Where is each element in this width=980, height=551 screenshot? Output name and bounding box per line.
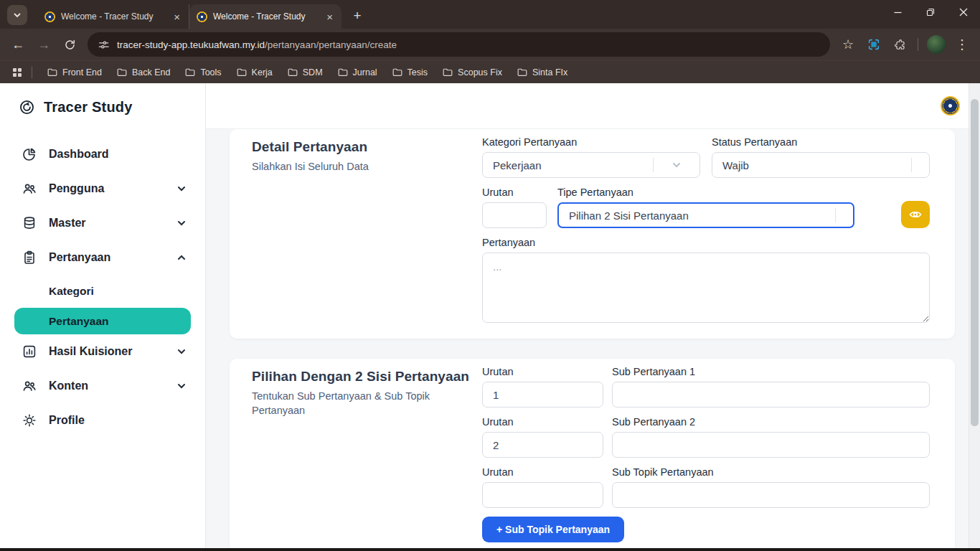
window-bottom-edge: [0, 548, 980, 551]
bookmark-star-button[interactable]: ☆: [836, 32, 860, 57]
browser-menu-button[interactable]: ⋮: [950, 32, 974, 57]
bookmark-label: Front End: [62, 67, 102, 77]
chevron-down-icon: [836, 210, 853, 221]
sidebar-subitem-pertanyaan-active[interactable]: Pertanyaan: [14, 308, 191, 334]
bookmark-label: Jurnal: [353, 67, 377, 77]
university-seal-avatar[interactable]: [941, 96, 960, 116]
brand: Tracer Study: [0, 83, 205, 116]
bookmarks-bar: Front End Back End Tools Kerja SDM Jurna…: [0, 60, 980, 83]
urutan-label: Urutan: [482, 416, 603, 428]
urutan-label: Urutan: [482, 366, 603, 377]
kategori-select[interactable]: Pekerjaan: [482, 152, 700, 178]
urutan-input[interactable]: [482, 202, 547, 228]
pie-chart-icon: [22, 146, 37, 162]
bookmark-label: Tools: [200, 67, 221, 77]
add-sub-topik-button[interactable]: + Sub Topik Pertanyaan: [482, 517, 624, 542]
apps-grid-icon[interactable]: [13, 68, 22, 77]
chevron-up-icon: [176, 253, 187, 263]
gear-icon: [22, 413, 37, 428]
site-settings-icon[interactable]: [98, 39, 110, 51]
tab-title: Welcome - Tracer Study: [61, 11, 166, 22]
folder-icon: [287, 67, 298, 78]
bookmark-folder[interactable]: Scopus Fix: [435, 64, 509, 81]
sub-topik-pertanyaan-input[interactable]: [612, 482, 930, 508]
tab-search-button[interactable]: [7, 5, 27, 25]
sidebar-item-konten[interactable]: Konten: [0, 369, 205, 403]
tab-title: Welcome - Tracer Study: [213, 11, 319, 22]
clipboard-icon: [22, 250, 37, 265]
browser-toolbar: ← → tracer-study-app.teukuafwan.my.id/pe…: [0, 29, 980, 60]
bookmark-folder[interactable]: Tools: [177, 64, 228, 81]
tipe-pertanyaan-select[interactable]: Pilihan 2 Sisi Pertanyaan: [557, 202, 854, 228]
minimize-icon: [894, 9, 902, 17]
extensions-button[interactable]: [887, 32, 912, 57]
sub-pertanyaan-1-label: Sub Pertanyaan 1: [612, 366, 930, 377]
sub-pertanyaan-2-input[interactable]: [612, 432, 930, 458]
users-icon: [22, 378, 37, 394]
sub-urutan-1-input[interactable]: [482, 382, 603, 408]
browser-tab-active[interactable]: Welcome - Tracer Study ×: [189, 4, 341, 29]
window-restore-button[interactable]: [914, 0, 947, 24]
window-minimize-button[interactable]: [881, 0, 914, 24]
sidebar-item-pertanyaan[interactable]: Pertanyaan: [0, 240, 205, 275]
bookmark-folder[interactable]: SDM: [280, 64, 330, 81]
sidebar-subitem-label: Kategori: [49, 285, 94, 298]
page-scrollbar[interactable]: [969, 83, 980, 548]
scrollbar-thumb[interactable]: [971, 99, 979, 426]
bookmark-label: SDM: [303, 67, 323, 77]
new-tab-button[interactable]: +: [347, 6, 367, 26]
sub-urutan-2-input[interactable]: [482, 432, 603, 458]
folder-icon: [517, 67, 528, 78]
sidebar-item-profile[interactable]: Profile: [0, 403, 205, 438]
back-button[interactable]: ←: [6, 32, 30, 57]
bookmark-folder[interactable]: Tesis: [385, 64, 435, 81]
sidebar-item-label: Konten: [49, 380, 88, 392]
preview-button[interactable]: [901, 201, 930, 228]
screen-capture-extension-button[interactable]: [862, 32, 886, 57]
bookmark-folder[interactable]: Sinta FIx: [509, 64, 575, 81]
status-value: Wajib: [722, 159, 911, 171]
sidebar-subitem-label: Pertanyaan: [49, 315, 109, 328]
chevron-down-icon: [13, 11, 22, 19]
url-bar[interactable]: tracer-study-app.teukuafwan.my.id/pertan…: [88, 32, 830, 57]
url-text: tracer-study-app.teukuafwan.my.id/pertan…: [117, 39, 397, 50]
sidebar-item-label: Master: [49, 217, 86, 230]
sidebar-subitem-kategori[interactable]: Kategori: [0, 275, 205, 308]
forward-button[interactable]: →: [32, 32, 56, 57]
reload-button[interactable]: [57, 32, 82, 57]
pertanyaan-textarea[interactable]: [482, 253, 930, 323]
browser-titlebar: Welcome - Tracer Study × Welcome - Trace…: [0, 0, 980, 29]
bookmark-folder[interactable]: Back End: [109, 64, 178, 81]
urutan-label: Urutan: [482, 187, 547, 198]
window-close-button[interactable]: [947, 0, 980, 24]
sub-pertanyaan-1-input[interactable]: [612, 382, 930, 408]
folder-icon: [184, 67, 196, 78]
kategori-value: Pekerjaan: [493, 159, 653, 171]
sidebar-item-hasil-kuisioner[interactable]: Hasil Kuisioner: [0, 334, 205, 369]
status-select[interactable]: Wajib: [712, 152, 930, 178]
sub-topik-urutan-input[interactable]: [482, 482, 603, 508]
chevron-down-icon: [654, 160, 699, 170]
bookmark-folder[interactable]: Front End: [39, 64, 109, 81]
bookmark-label: Kerja: [252, 67, 273, 77]
kategori-label: Kategori Pertanyaan: [482, 136, 700, 148]
sidebar-item-master[interactable]: Master: [0, 206, 205, 240]
tab-close-icon[interactable]: ×: [325, 11, 334, 23]
sidebar-item-dashboard[interactable]: Dashboard: [0, 137, 205, 171]
tipe-value: Pilihan 2 Sisi Pertanyaan: [569, 209, 835, 222]
urutan-label: Urutan: [482, 466, 603, 478]
main-area: Detail Pertanyaan Silahkan Isi Seluruh D…: [206, 83, 980, 548]
puzzle-icon: [893, 38, 906, 51]
close-icon: [959, 8, 968, 17]
sidebar: Tracer Study Dashboard Pengguna Master P…: [0, 83, 206, 548]
bookmark-folder[interactable]: Kerja: [229, 64, 280, 81]
bookmark-folder[interactable]: Jurnal: [330, 64, 385, 81]
sidebar-item-pengguna[interactable]: Pengguna: [0, 171, 205, 206]
reload-icon: [64, 39, 76, 51]
browser-tab[interactable]: Welcome - Tracer Study ×: [37, 4, 189, 29]
toolbar-separator: [918, 38, 918, 51]
folder-icon: [392, 67, 403, 78]
tab-close-icon[interactable]: ×: [172, 11, 182, 23]
brand-name: Tracer Study: [44, 99, 133, 116]
profile-avatar-button[interactable]: [924, 32, 948, 57]
